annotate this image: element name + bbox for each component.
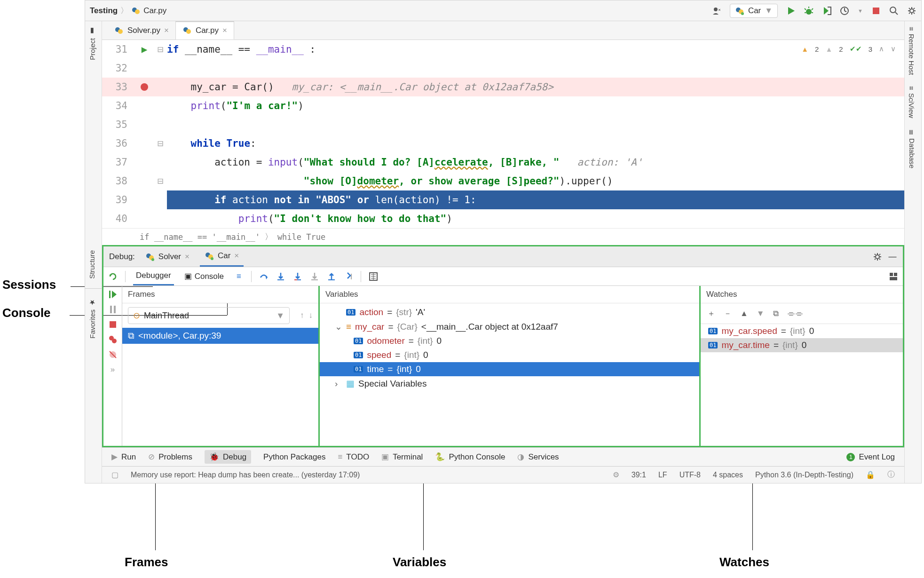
tool-tab-problems[interactable]: ⊘Problems bbox=[148, 452, 192, 462]
debugger-tab[interactable]: Debugger bbox=[133, 267, 174, 285]
stop-icon[interactable] bbox=[108, 320, 118, 329]
line-number: 36 bbox=[102, 134, 135, 153]
fold-icon[interactable]: ⊟ bbox=[154, 134, 167, 153]
run-gutter-icon[interactable]: ▶ bbox=[142, 40, 148, 59]
code-breadcrumb[interactable]: if __name__ == '__main__' 〉 while True bbox=[102, 228, 904, 245]
editor-tab-car[interactable]: Car.py × bbox=[176, 21, 234, 40]
search-icon[interactable] bbox=[889, 6, 899, 16]
tool-windows-icon[interactable]: ▢ bbox=[111, 470, 118, 479]
tool-tab-todo[interactable]: ≡TODO bbox=[338, 452, 369, 462]
collapse-icon[interactable]: ⌄ bbox=[335, 321, 342, 332]
variable-row[interactable]: 01 odometer = {int} 0 bbox=[320, 334, 699, 348]
copy-icon[interactable]: ⧉ bbox=[773, 309, 779, 318]
run-config-selector[interactable]: Car ▼ bbox=[730, 4, 778, 18]
tool-tab-debug[interactable]: 🐞Debug bbox=[205, 450, 251, 464]
svg-point-5 bbox=[741, 12, 744, 15]
lock-icon[interactable]: 🔒 bbox=[866, 470, 875, 479]
svg-point-36 bbox=[112, 339, 117, 343]
sciview-tool-button[interactable]: ≡ SciView bbox=[905, 80, 918, 124]
breadcrumb-file[interactable]: Car.py bbox=[143, 6, 166, 16]
run-icon[interactable] bbox=[786, 6, 796, 16]
move-down-icon[interactable]: ▼ bbox=[757, 309, 765, 318]
prev-frame-icon[interactable]: ↑ bbox=[300, 311, 304, 320]
move-up-icon[interactable]: ▲ bbox=[740, 309, 748, 318]
users-icon[interactable] bbox=[712, 6, 721, 16]
line-separator[interactable]: LF bbox=[658, 471, 667, 479]
glasses-icon[interactable]: ⌯⌯ bbox=[787, 309, 803, 318]
add-watch-icon[interactable]: ＋ bbox=[707, 308, 715, 319]
step-into-icon[interactable] bbox=[276, 272, 285, 281]
watch-row[interactable]: 01 my_car.speed = {int} 0 bbox=[701, 324, 903, 338]
stop-icon[interactable] bbox=[871, 6, 881, 16]
mute-breakpoints-icon[interactable] bbox=[108, 350, 118, 359]
caret-position[interactable]: 39:1 bbox=[632, 471, 646, 479]
indent[interactable]: 4 spaces bbox=[713, 471, 743, 479]
tool-tab-run[interactable]: ▶Run bbox=[111, 452, 136, 462]
console-tab[interactable]: ▣Console bbox=[182, 267, 227, 285]
debug-session-car[interactable]: Car × bbox=[200, 246, 244, 267]
pause-icon[interactable] bbox=[108, 305, 118, 314]
debug-icon[interactable] bbox=[804, 6, 813, 16]
status-message[interactable]: Memory use report: Heap dump has been cr… bbox=[131, 471, 360, 479]
remote-host-tool-button[interactable]: ≡ Remote Host bbox=[905, 21, 918, 80]
profile-icon[interactable] bbox=[840, 6, 849, 16]
close-icon[interactable]: × bbox=[164, 26, 169, 35]
python-file-icon bbox=[182, 26, 192, 35]
breadcrumb-project[interactable]: Testing bbox=[90, 6, 118, 16]
close-icon[interactable]: × bbox=[234, 251, 239, 261]
fold-icon[interactable]: ⊟ bbox=[154, 40, 167, 59]
tool-tab-services[interactable]: ◑Services bbox=[517, 452, 559, 462]
threads-icon[interactable]: ≡ bbox=[234, 272, 244, 281]
remove-watch-icon[interactable]: － bbox=[724, 308, 732, 319]
breadcrumb[interactable]: Testing 〉 Car.py bbox=[90, 5, 166, 16]
python-file-icon bbox=[735, 6, 744, 16]
dropdown-icon[interactable]: ▼ bbox=[858, 8, 863, 14]
favorites-tool-button[interactable]: Favorites ★ bbox=[85, 293, 99, 344]
variable-row[interactable]: 01 time = {int} 0 bbox=[320, 362, 699, 376]
editor-tab-solver[interactable]: Solver.py × bbox=[108, 21, 176, 40]
database-tool-button[interactable]: ≣ Database bbox=[905, 124, 919, 174]
run-coverage-icon[interactable] bbox=[822, 6, 831, 16]
close-icon[interactable]: × bbox=[185, 252, 190, 261]
anno-line bbox=[155, 480, 156, 550]
layout-icon[interactable] bbox=[889, 272, 898, 281]
step-over-icon[interactable] bbox=[259, 272, 269, 281]
gear-icon[interactable] bbox=[873, 252, 882, 261]
debug-session-solver[interactable]: Solver × bbox=[141, 246, 194, 267]
thread-selector[interactable]: ⊙ MainThread ▼ bbox=[128, 307, 290, 324]
variable-row[interactable]: 01 action = {str} 'A' bbox=[320, 305, 699, 319]
interpreter[interactable]: Python 3.6 (In-Depth-Testing) bbox=[755, 471, 853, 479]
close-icon[interactable]: × bbox=[222, 26, 227, 35]
minimize-icon[interactable]: — bbox=[888, 252, 897, 261]
breakpoint-icon[interactable] bbox=[141, 83, 148, 91]
more-icon[interactable]: » bbox=[111, 365, 115, 374]
structure-tool-button[interactable]: Structure bbox=[85, 245, 99, 285]
info-icon[interactable]: ⓘ bbox=[887, 470, 895, 480]
tool-tab-eventlog[interactable]: 1Event Log bbox=[846, 452, 895, 462]
run-to-cursor-icon[interactable] bbox=[344, 272, 353, 281]
evaluate-icon[interactable] bbox=[369, 272, 378, 281]
tool-tab-pyconsole[interactable]: 🐍Python Console bbox=[435, 452, 505, 462]
watch-row[interactable]: 01 my_car.time = {int} 0 bbox=[701, 338, 903, 352]
variable-row[interactable]: 01 speed = {int} 0 bbox=[320, 348, 699, 362]
force-step-into-icon[interactable] bbox=[310, 272, 319, 281]
rerun-icon[interactable] bbox=[108, 272, 118, 281]
variable-row[interactable]: ›▦ Special Variables bbox=[320, 376, 699, 391]
project-tool-button[interactable]: Project ▮ bbox=[85, 21, 99, 66]
dropdown-icon: ▼ bbox=[765, 6, 773, 16]
step-out-icon[interactable] bbox=[327, 272, 336, 281]
encoding[interactable]: UTF-8 bbox=[679, 471, 701, 479]
step-into-mycode-icon[interactable] bbox=[293, 272, 302, 281]
view-breakpoints-icon[interactable] bbox=[108, 335, 118, 344]
tool-tab-terminal[interactable]: ▣Terminal bbox=[381, 452, 423, 462]
editor[interactable]: 31▶⊟if __name__ == __main__ : 32 33 my_c… bbox=[102, 40, 904, 228]
git-branch-icon[interactable]: ⚙ bbox=[613, 470, 619, 479]
fold-icon[interactable]: ⊟ bbox=[154, 172, 167, 190]
variable-row[interactable]: ⌄≡ my_car = {Car} <__main__.Car object a… bbox=[320, 319, 699, 334]
frame-item[interactable]: ⧉ <module>, Car.py:39 bbox=[122, 328, 318, 344]
tool-tab-packages[interactable]: Python Packages bbox=[263, 452, 325, 462]
next-frame-icon[interactable]: ↓ bbox=[309, 311, 313, 320]
resume-icon[interactable] bbox=[108, 290, 118, 299]
expand-icon[interactable]: › bbox=[335, 379, 342, 389]
gear-icon[interactable] bbox=[907, 6, 916, 16]
